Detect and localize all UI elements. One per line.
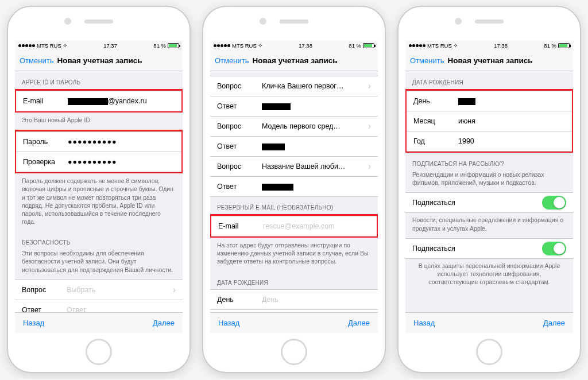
email-row[interactable]: E-mail @yandex.ru xyxy=(16,91,181,111)
page-title: Новая учетная запись xyxy=(447,56,532,65)
day-row[interactable]: ДеньДень xyxy=(210,289,378,310)
sub-note1: Рекомендации и информация о новых релиза… xyxy=(405,170,573,192)
subscribe1-row: Подписаться xyxy=(405,192,573,213)
bottom-bar: Назад Далее xyxy=(405,312,573,333)
battery-icon xyxy=(558,43,570,48)
bottom-bar: Назад Далее xyxy=(210,312,378,333)
section-dob: ДАТА РОЖДЕНИЯ xyxy=(405,71,573,89)
password-note: Пароль должен содержать не менее 8 симво… xyxy=(15,173,183,231)
home-button[interactable] xyxy=(86,339,112,365)
highlight-email: E-mail @yandex.ru xyxy=(15,89,183,113)
day-row[interactable]: День xyxy=(407,91,572,111)
month-row[interactable]: Месяциюня xyxy=(407,111,572,131)
content[interactable]: ВопросКличка Вашего первог…› Ответ Вопро… xyxy=(210,71,378,312)
battery-icon xyxy=(168,43,179,48)
email-note: Это Ваш новый Apple ID. xyxy=(15,113,183,130)
subscribe2-row: Подписаться xyxy=(405,238,573,259)
screen-1: MTS RUS⟡ 17:37 81 % Отменить Новая учетн… xyxy=(15,40,183,333)
home-button[interactable] xyxy=(281,339,307,365)
section-security: БЕЗОПАСНОСТЬ xyxy=(15,231,183,249)
back-button[interactable]: Назад xyxy=(218,319,239,327)
phone-2: MTS RUS⟡ 17:38 81 % Отменить Новая учетн… xyxy=(202,6,386,373)
battery-pct: 81 % xyxy=(153,42,166,49)
cancel-button[interactable]: Отменить xyxy=(20,56,53,65)
next-button[interactable]: Далее xyxy=(348,319,370,327)
back-button[interactable]: Назад xyxy=(413,319,435,327)
chevron-right-icon: › xyxy=(368,161,371,172)
next-button[interactable]: Далее xyxy=(153,319,175,327)
question2-row[interactable]: ВопросМодель первого сред…› xyxy=(210,116,378,137)
status-bar: MTS RUS⟡ 17:37 81 % xyxy=(15,40,183,51)
chevron-right-icon: › xyxy=(368,81,371,91)
nav-bar: Отменить Новая учетная запись xyxy=(405,51,573,71)
next-button[interactable]: Далее xyxy=(543,319,565,327)
section-dob: ДАТА РОЖДЕНИЯ xyxy=(210,272,378,289)
battery-icon xyxy=(363,43,374,48)
page-title: Новая учетная запись xyxy=(57,56,142,65)
highlight-rescue: E-mail rescue@example.com xyxy=(210,214,378,238)
security-note: Эти вопросы необходимы для обеспечения б… xyxy=(15,249,183,280)
cancel-button[interactable]: Отменить xyxy=(215,56,249,65)
screen-3: MTS RUS⟡ 17:38 81 % Отменить Новая учетн… xyxy=(405,40,573,333)
subscribe2-toggle[interactable] xyxy=(542,242,566,255)
battery-pct: 81 % xyxy=(544,42,556,49)
answer3-row[interactable]: Ответ xyxy=(210,176,378,197)
subscribe1-label: Подписаться xyxy=(412,199,455,207)
rescue-email-row[interactable]: E-mail rescue@example.com xyxy=(211,216,377,236)
question-label: Вопрос xyxy=(22,286,67,294)
signal-icon xyxy=(214,44,230,47)
question3-row[interactable]: ВопросНазвание Вашей люби…› xyxy=(210,156,378,177)
verify-row[interactable]: Проверка ●●●●●●●●●● xyxy=(16,152,181,172)
nav-bar: Отменить Новая учетная запись xyxy=(210,51,378,71)
answer-value: Ответ xyxy=(67,306,176,312)
status-bar: MTS RUS⟡ 17:38 81 % xyxy=(210,40,378,51)
highlight-password: Пароль ●●●●●●●●●● Проверка ●●●●●●●●●● xyxy=(15,130,183,173)
rescue-note: На этот адрес будут отправлены инструкци… xyxy=(210,238,378,272)
wifi-icon: ⟡ xyxy=(454,42,458,49)
answer-label: Ответ xyxy=(22,306,67,312)
content[interactable]: ДАТА РОЖДЕНИЯ День Месяциюня Год1990 ПОД… xyxy=(405,71,573,312)
screen-2: MTS RUS⟡ 17:38 81 % Отменить Новая учетн… xyxy=(210,40,378,333)
back-button[interactable]: Назад xyxy=(23,319,44,327)
content[interactable]: APPLE ID И ПАРОЛЬ E-mail @yandex.ru Это … xyxy=(15,71,183,312)
rescue-email-placeholder: rescue@example.com xyxy=(263,222,370,230)
section-appleid: APPLE ID И ПАРОЛЬ xyxy=(15,71,183,89)
phone-3: MTS RUS⟡ 17:38 81 % Отменить Новая учетн… xyxy=(397,6,581,373)
verify-label: Проверка xyxy=(23,158,68,166)
page-title: Новая учетная запись xyxy=(252,56,337,65)
year-row[interactable]: Год1990 xyxy=(407,131,572,152)
question-value: Выбрать xyxy=(67,286,171,294)
subscribe2-label: Подписаться xyxy=(412,245,455,253)
privacy-note: В целях защиты персональной информации A… xyxy=(405,258,573,292)
clock: 17:38 xyxy=(494,42,508,49)
email-label: E-mail xyxy=(23,97,68,105)
password-value: ●●●●●●●●●● xyxy=(68,138,175,146)
section-rescue: РЕЗЕРВНЫЙ E-MAIL (НЕОБЯЗАТЕЛЬНО) xyxy=(210,196,378,214)
answer2-row[interactable]: Ответ xyxy=(210,136,378,157)
clock: 17:37 xyxy=(103,42,117,49)
question1-row[interactable]: ВопросКличка Вашего первог…› xyxy=(210,76,378,96)
cancel-button[interactable]: Отменить xyxy=(410,56,444,65)
answer-row[interactable]: Ответ Ответ xyxy=(15,300,183,312)
highlight-dob: День Месяциюня Год1990 xyxy=(405,89,573,153)
carrier: MTS RUS xyxy=(232,42,257,49)
signal-icon xyxy=(409,44,425,47)
sub-note2: Новости, специальные предложения и инфор… xyxy=(405,212,573,238)
carrier: MTS RUS xyxy=(37,42,61,49)
clock: 17:38 xyxy=(299,42,312,49)
question-row[interactable]: Вопрос Выбрать › xyxy=(15,280,183,300)
month-row[interactable]: МесяцМесяц xyxy=(210,309,378,312)
chevron-right-icon: › xyxy=(173,285,176,295)
answer1-row[interactable]: Ответ xyxy=(210,96,378,117)
nav-bar: Отменить Новая учетная запись xyxy=(15,51,183,71)
wifi-icon: ⟡ xyxy=(63,42,67,49)
chevron-right-icon: › xyxy=(368,121,371,131)
email-value: @yandex.ru xyxy=(68,97,175,105)
phone-1: MTS RUS⟡ 17:37 81 % Отменить Новая учетн… xyxy=(7,6,191,373)
password-row[interactable]: Пароль ●●●●●●●●●● xyxy=(16,131,181,152)
status-bar: MTS RUS⟡ 17:38 81 % xyxy=(405,40,573,51)
subscribe1-toggle[interactable] xyxy=(542,196,566,210)
section-subscribe: ПОДПИСАТЬСЯ НА РАССЫЛКУ? xyxy=(405,153,573,170)
home-button[interactable] xyxy=(476,339,502,365)
verify-value: ●●●●●●●●●● xyxy=(68,158,175,166)
